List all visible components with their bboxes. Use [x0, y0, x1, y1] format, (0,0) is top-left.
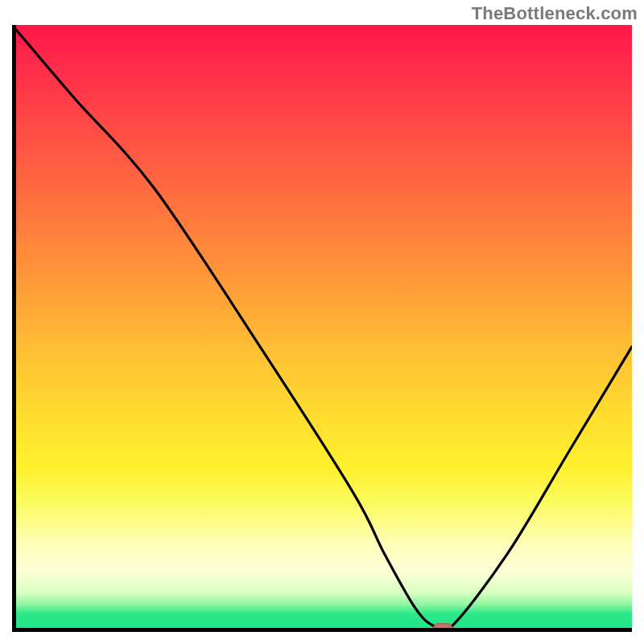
watermark-text: TheBottleneck.com [472, 3, 638, 24]
plot-area [12, 25, 632, 632]
chart-container: TheBottleneck.com [0, 0, 644, 644]
axes-frame [12, 25, 632, 632]
